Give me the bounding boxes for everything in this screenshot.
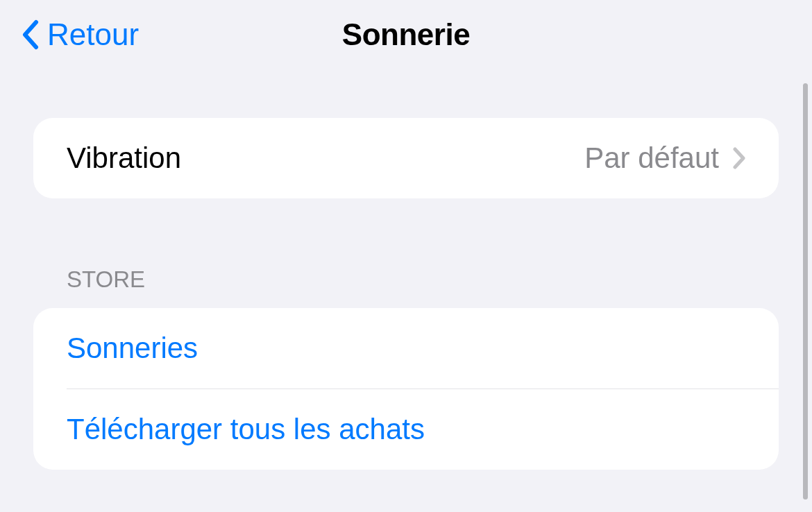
store-ringtones-label: Sonneries: [67, 332, 198, 364]
chevron-left-icon: [21, 19, 39, 50]
vibration-value: Par défaut: [584, 142, 719, 175]
store-section-header: STORE: [33, 266, 779, 308]
store-download-all-label: Télécharger tous les achats: [67, 413, 425, 445]
store-group: Sonneries Télécharger tous les achats: [33, 308, 779, 470]
content-area: Vibration Par défaut STORE Sonneries Tél…: [0, 69, 812, 470]
vibration-label: Vibration: [67, 142, 181, 175]
back-button[interactable]: Retour: [21, 17, 139, 52]
scrollbar[interactable]: [803, 83, 808, 500]
back-label: Retour: [47, 17, 139, 52]
navigation-header: Retour Sonnerie: [0, 0, 812, 69]
store-ringtones-row[interactable]: Sonneries: [33, 308, 779, 389]
vibration-group: Vibration Par défaut: [33, 118, 779, 198]
page-title: Sonnerie: [342, 17, 470, 52]
vibration-value-container: Par défaut: [584, 142, 745, 175]
store-download-all-row[interactable]: Télécharger tous les achats: [33, 389, 779, 470]
vibration-row[interactable]: Vibration Par défaut: [33, 118, 779, 198]
chevron-right-icon: [733, 147, 745, 169]
